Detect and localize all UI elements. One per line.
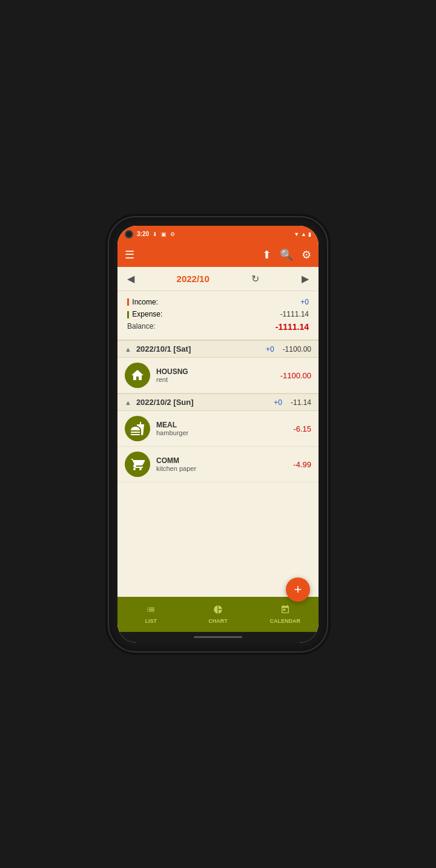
chart-nav-label: CHART — [208, 618, 228, 624]
balance-row: Balance: -1111.14 — [127, 320, 309, 335]
day-collapse-icon[interactable]: ▲ — [125, 346, 131, 353]
day-header[interactable]: ▲ 2022/10/1 [Sat] +0 -1100.00 — [117, 340, 319, 358]
table-row[interactable]: COMM kitchen paper -4.99 — [117, 447, 319, 482]
menu-button[interactable]: ☰ — [125, 248, 134, 261]
nav-item-calendar[interactable]: CALENDAR — [251, 605, 319, 624]
transaction-category: COMM — [156, 456, 287, 465]
day-income: +0 — [266, 345, 274, 353]
status-left: 3:20 ⬇ ▣ ⚙ — [125, 230, 175, 238]
day-expense: -1100.00 — [283, 345, 311, 353]
expense-row: Expense: -1111.14 — [127, 308, 309, 320]
toolbar: ☰ ⬆ 🔍 ⚙ — [117, 243, 319, 267]
list-nav-icon — [146, 605, 156, 617]
transaction-info: HOUSNG rent — [156, 367, 274, 383]
upload-button[interactable]: ⬆ — [262, 248, 271, 261]
table-row[interactable]: HOUSNG rent -1100.00 — [117, 358, 319, 393]
day-collapse-icon[interactable]: ▲ — [125, 399, 131, 406]
expense-value: -1111.14 — [280, 308, 309, 320]
day-income: +0 — [274, 398, 282, 407]
settings-button[interactable]: ⚙ — [302, 248, 311, 261]
transaction-description: kitchen paper — [156, 465, 287, 472]
month-nav: ◀ 2022/10 ↻ ▶ — [117, 267, 319, 291]
list-nav-label: LIST — [145, 618, 157, 624]
category-icon-house — [125, 363, 150, 388]
transaction-info: COMM kitchen paper — [156, 456, 287, 472]
home-indicator — [117, 632, 319, 643]
status-bar: 3:20 ⬇ ▣ ⚙ ▼ ▲ ▮ — [117, 226, 319, 243]
signal-icon: ▲ — [301, 231, 306, 237]
expense-bar-indicator — [127, 311, 129, 318]
transactions-content[interactable]: ▲ 2022/10/1 [Sat] +0 -1100.00 HOUSNG ren… — [117, 340, 319, 596]
status-icon-sim: ▣ — [161, 231, 167, 237]
chart-nav-icon — [213, 605, 223, 617]
transaction-amount: -6.15 — [293, 424, 311, 433]
income-label: Income: — [127, 296, 158, 308]
transaction-info: MEAL hamburger — [156, 421, 287, 436]
summary: Income: +0 Expense: -1111.14 Balance: -1… — [117, 291, 319, 341]
transaction-category: HOUSNG — [156, 367, 274, 376]
refresh-button[interactable]: ↻ — [251, 273, 259, 284]
transaction-description: rent — [156, 376, 274, 383]
transaction-description: hamburger — [156, 429, 287, 436]
wifi-icon: ▼ — [294, 231, 299, 237]
income-row: Income: +0 — [127, 296, 309, 308]
balance-value: -1111.14 — [276, 320, 309, 335]
add-transaction-fab[interactable]: + — [286, 577, 310, 602]
toolbar-right: ⬆ 🔍 ⚙ — [262, 248, 311, 261]
status-icon-settings: ⚙ — [170, 231, 175, 237]
next-month-button[interactable]: ▶ — [302, 273, 309, 284]
nav-item-chart[interactable]: CHART — [185, 605, 252, 624]
battery-icon: ▮ — [308, 231, 311, 237]
home-bar — [194, 636, 242, 638]
status-time: 3:20 — [137, 231, 149, 237]
income-bar-indicator — [127, 298, 129, 306]
calendar-nav-icon — [280, 605, 290, 617]
category-icon-cart — [125, 452, 150, 477]
search-button[interactable]: 🔍 — [280, 248, 293, 261]
category-icon-fork — [125, 416, 150, 441]
month-title: 2022/10 — [177, 274, 210, 284]
day-date: 2022/10/2 [Sun] — [136, 398, 269, 407]
bottom-nav: LIST CHART CALENDAR + — [117, 597, 319, 632]
status-right: ▼ ▲ ▮ — [294, 231, 311, 237]
nav-item-list[interactable]: LIST — [117, 605, 185, 624]
income-value: +0 — [300, 296, 309, 308]
day-date: 2022/10/1 [Sat] — [136, 344, 261, 353]
transaction-amount: -1100.00 — [280, 371, 311, 380]
add-icon: + — [294, 583, 302, 596]
status-icon-droplet: ⬇ — [153, 231, 157, 237]
transaction-amount: -4.99 — [293, 460, 311, 469]
day-header[interactable]: ▲ 2022/10/2 [Sun] +0 -11.14 — [117, 393, 319, 411]
day-expense: -11.14 — [291, 398, 311, 407]
table-row[interactable]: MEAL hamburger -6.15 — [117, 411, 319, 447]
calendar-nav-label: CALENDAR — [269, 618, 300, 624]
expense-label: Expense: — [127, 308, 162, 320]
camera-dot — [125, 230, 133, 238]
balance-label: Balance: — [127, 320, 156, 335]
transaction-category: MEAL — [156, 421, 287, 429]
prev-month-button[interactable]: ◀ — [127, 273, 134, 284]
